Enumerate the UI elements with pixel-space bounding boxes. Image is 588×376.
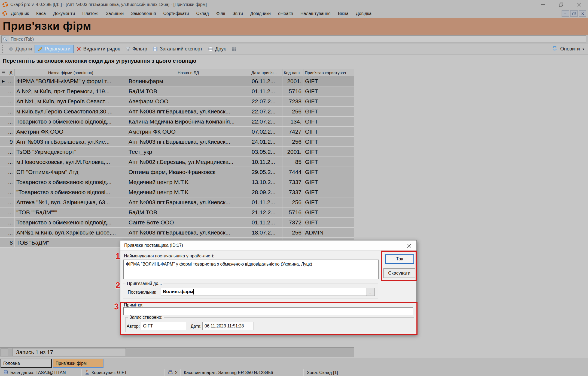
table-cell[interactable]: 5716 [282,207,303,217]
window-close-button[interactable] [570,0,588,9]
menu-item-14[interactable]: Вікна [338,11,349,16]
table-cell[interactable] [0,147,7,157]
add-button[interactable]: Додати [6,45,35,53]
table-cell[interactable]: Апт №003 пгт.Барышевка, ул.Киевск... [127,228,250,237]
table-cell[interactable] [0,117,7,126]
table-cell[interactable]: Медичний центр М.Т.К. [127,177,250,187]
table-row[interactable]: ...м.Новомосковськ, вул.М.Головка,...Апт… [0,157,354,167]
table-cell[interactable]: GIFT [303,187,354,197]
cancel-button[interactable]: Скасувати [383,268,415,278]
mdi-close-button[interactable]: ✕ [579,10,586,17]
table-cell[interactable] [0,97,7,106]
menu-item-5[interactable]: Залишки [106,11,124,16]
dialog-close-icon[interactable] [406,243,412,249]
table-cell[interactable]: 13.10.2... [250,177,282,187]
table-cell[interactable]: 2001. [282,147,303,157]
table-cell[interactable]: ... [7,167,15,177]
table-cell[interactable]: 06.11.2... [250,76,282,86]
columns-button[interactable] [229,46,239,53]
table-cell[interactable]: 24.01.2... [250,137,282,146]
table-cell[interactable]: GIFT [303,97,354,106]
supplier-input[interactable]: Волиньфарм [161,288,367,296]
table-row[interactable]: ▶...ФІРМА "ВОЛИНЬФАРМ" у формі т...Волин… [0,76,354,86]
table-row[interactable]: ...АN№1 м.Київ, вул.Харківське шосе,...А… [0,228,354,238]
table-cell[interactable]: ... [7,218,15,227]
table-cell[interactable]: ... [7,76,15,86]
table-cell[interactable]: 256 [282,228,303,237]
table-cell[interactable]: ТОВ "БаДМ" [15,238,127,247]
table-cell[interactable]: 9 [7,137,15,146]
table-cell[interactable]: "Товариство з обмеженою відпові... [15,187,127,197]
table-cell[interactable]: м.Київ,вул.Героїв Севастополя,30 ... [15,107,127,116]
table-row[interactable]: ...Товариство з обмеженою відповід...Сан… [0,218,354,228]
table-cell[interactable]: GIFT [303,167,354,177]
table-cell[interactable]: 01.11.2... [250,218,282,227]
table-cell[interactable]: ... [7,86,15,96]
table-cell[interactable] [0,197,7,207]
menu-item-8[interactable]: Склад [196,11,209,16]
table-cell[interactable]: Апт №003 пгт.Барышевка, ул.Киевск... [127,197,250,207]
table-cell[interactable]: м.Новомосковськ, вул.М.Головка,... [15,157,127,167]
table-cell[interactable]: 7444 [282,167,303,177]
table-row[interactable]: ...м.Київ,вул.Героїв Севастополя,30 ...А… [0,107,354,117]
edit-button[interactable]: Редагувати [35,45,73,53]
table-cell[interactable]: 03.05.2... [250,147,282,157]
table-cell[interactable]: АN№1 м.Київ, вул.Харківське шосе,... [15,228,127,237]
table-row[interactable]: 9Апт №003 пгт.Барышевка, ул.Кие...Апт №0… [0,137,354,147]
menu-item-1[interactable]: Довідник [11,11,29,16]
table-cell[interactable]: БаДМ ТОВ [127,86,250,96]
table-cell[interactable]: GIFT [303,147,354,157]
table-cell[interactable]: Товариство з обмеженою відповід... [15,177,127,187]
table-cell[interactable] [0,218,7,227]
mdi-restore-button[interactable] [570,10,578,17]
table-cell[interactable]: Калина Медична Виробнича Компанія... [127,117,250,126]
menu-item-13[interactable]: Налаштування [300,11,331,16]
table-row[interactable]: ...СП "Оптима-Фарм" ЛтдОптима фарм, Иван… [0,167,354,177]
column-header-name-db[interactable]: Назва в БД [127,69,250,76]
window-minimize-button[interactable] [534,0,552,9]
table-cell[interactable]: GIFT [303,137,354,146]
search-input[interactable]: Поиск (Tab) [1,35,586,43]
table-cell[interactable]: 7372 [282,218,303,227]
table-cell[interactable] [0,157,7,167]
table-cell[interactable]: Аметрин ФК ООО [15,127,127,136]
table-cell[interactable]: Аптека "№1, вул. Звіринецька, 63... [15,197,127,207]
table-cell[interactable]: ▶ [0,76,7,86]
table-cell[interactable]: 85 [282,157,303,167]
table-cell[interactable] [0,127,7,136]
table-cell[interactable]: Апт №003 пгт.Барышевка, ул.Киевск... [127,107,250,116]
table-cell[interactable]: Ап №1, м.Київ, вул.Героїв Севаст... [15,97,127,106]
menu-item-12[interactable]: eHealth [278,11,293,16]
table-cell[interactable]: 10.11.2... [250,157,282,167]
column-header-date[interactable]: Дата прив'я... [250,69,282,76]
note-input[interactable] [123,307,413,315]
table-cell[interactable]: Санте Боте ООО [127,218,250,227]
date-field[interactable]: 06.11.2023 11:51:28 [202,322,254,330]
table-cell[interactable]: Товариство з обмеженою відповід... [15,218,127,227]
table-cell[interactable]: "ТОВ ""БаДМ""" [15,207,127,217]
table-cell[interactable]: 28.09.2... [250,187,282,197]
table-cell[interactable]: 2001. [282,76,303,86]
table-cell[interactable]: 01.11.2... [250,197,282,207]
table-row[interactable]: ...Аметрин ФК ОООАметрин ФК ООО07.02.2..… [0,127,354,137]
table-cell[interactable]: 22.07.2... [250,107,282,116]
table-cell[interactable]: ... [7,97,15,106]
menu-item-7[interactable]: Сертифікати [163,11,189,16]
table-row[interactable]: ...Товариство з обмеженою відповід...Кал… [0,117,354,127]
table-cell[interactable] [0,167,7,177]
table-cell[interactable] [0,238,7,247]
table-cell[interactable] [0,137,7,146]
table-row[interactable]: ..."ТОВ ""БаДМ"""БаДМ ТОВ21.12.2...5716G… [0,207,354,218]
table-cell[interactable]: БаДМ ТОВ [127,207,250,217]
table-cell[interactable]: Тест_укр [127,147,250,157]
table-cell[interactable]: 22.07.2... [250,97,282,106]
table-cell[interactable]: 7427 [282,127,303,136]
table-cell[interactable]: СП "Оптима-Фарм" Лтд [15,167,127,177]
table-cell[interactable]: 7337 [282,177,303,187]
table-cell[interactable]: GIFT [303,86,354,96]
table-cell[interactable]: 22.07.2... [250,117,282,126]
table-row[interactable]: ...А №2, м.Київ, пр-т Перемоги, 119...Ба… [0,86,354,97]
table-cell[interactable]: 01.11.2... [250,86,282,96]
author-field[interactable]: GIFT [141,322,186,330]
refresh-button[interactable]: Оновити ▾ [552,45,584,53]
